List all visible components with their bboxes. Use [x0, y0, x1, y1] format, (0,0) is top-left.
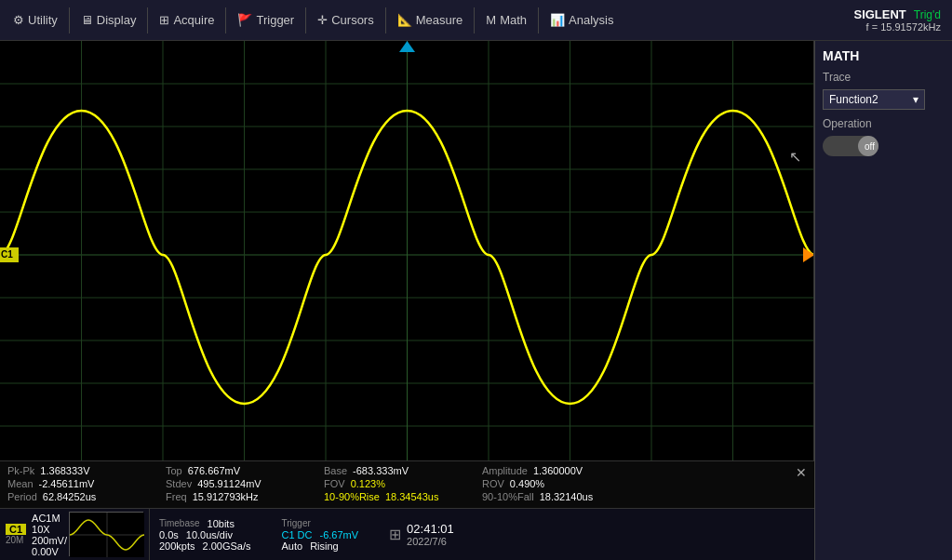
trigger-level: -6.67mV [320, 529, 359, 540]
trace-value: Function2 [829, 93, 878, 106]
meas-cell-top: Top 676.667mV [166, 465, 324, 476]
timebase-label: Timebase [159, 518, 200, 528]
meas-row-3: Period 62.84252us Freq 15.912793kHz 10-9… [7, 491, 807, 502]
channel-info: C1 20M AC1M 10X 200mV/ 0.00V [0, 509, 150, 560]
status-area: Timebase 10bits 0.0s 10.0us/div 200kpts … [150, 509, 814, 560]
menu-analysis[interactable]: 📊 Analysis [541, 9, 623, 31]
trace-section: Trace Function2 ▾ [823, 71, 945, 110]
ch-id-label: C1 [6, 524, 26, 535]
waveform-container: C1 ↖ [0, 41, 814, 460]
menu-sep-3 [225, 7, 226, 33]
ch-coupling: AC1M [32, 513, 67, 524]
waveform-svg: C1 ↖ [0, 41, 813, 460]
rov-label: ROV [482, 478, 504, 489]
menu-sep-2 [147, 7, 148, 33]
timebase-div: 10.0us/div [186, 529, 233, 540]
operation-toggle[interactable]: off [823, 136, 878, 156]
scope-area: C1 ↖ Pk-Pk 1.368333V Top 676.667mV Bas [0, 41, 814, 560]
trig-status: Trig'd [914, 8, 941, 21]
amplitude-value: 1.360000V [533, 465, 583, 476]
rise-value: 18.34543us [385, 491, 439, 502]
math-icon: M [486, 13, 496, 27]
ch-probe: 10X [32, 524, 67, 535]
menu-trigger[interactable]: 🚩 Trigger [228, 9, 303, 31]
meas-cell-fall: 90-10%Fall 18.32140us [482, 491, 640, 502]
top-value: 676.667mV [188, 465, 240, 476]
rise-label: 10-90%Rise [324, 491, 380, 502]
display-icon: 🖥 [81, 13, 93, 27]
brand-area: SIGLENT Trig'd f = 15.91572kHz [853, 7, 948, 33]
trace-dropdown[interactable]: Function2 ▾ [823, 89, 925, 110]
pkpk-label: Pk-Pk [7, 465, 34, 476]
timebase-group: Timebase 10bits 0.0s 10.0us/div 200kpts … [159, 518, 251, 552]
close-measurements-button[interactable]: ✕ [796, 465, 807, 480]
meas-cell-rise: 10-90%Rise 18.34543us [324, 491, 482, 502]
menu-sep-4 [305, 7, 306, 33]
analysis-icon: 📊 [550, 13, 565, 27]
freq-value: 15.912793kHz [193, 491, 259, 502]
top-label: Top [166, 465, 182, 476]
top-menu-bar: ⚙ Utility 🖥 Display ⊞ Acquire 🚩 Trigger … [0, 0, 952, 41]
trigger-group: Trigger C1 DC -6.67mV Auto Rising [282, 518, 359, 552]
meas-cell-freq: Freq 15.912793kHz [166, 491, 324, 502]
measurements-bar: Pk-Pk 1.368333V Top 676.667mV Base -683.… [0, 460, 814, 508]
clock-date: 2022/7/6 [407, 536, 454, 547]
timebase-sa: 2.00GSa/s [203, 540, 251, 552]
fall-value: 18.32140us [540, 491, 594, 502]
pkpk-value: 1.368333V [40, 465, 89, 476]
menu-math[interactable]: M Math [476, 9, 536, 31]
stdev-label: Stdev [166, 478, 192, 489]
operation-section: Operation off [823, 117, 945, 156]
meas-cell-rov: ROV 0.490% [482, 478, 640, 489]
menu-sep-5 [385, 7, 386, 33]
timebase-kpts: 200kpts [159, 540, 195, 552]
freq-display: f = 15.91572kHz [866, 21, 941, 33]
timebase-bits: 10bits [208, 518, 235, 529]
period-value: 62.84252us [43, 491, 97, 502]
base-value: -683.333mV [353, 465, 409, 476]
acquire-icon: ⊞ [159, 13, 169, 27]
meas-cell-base: Base -683.333mV [324, 465, 482, 476]
mini-waveform-svg [70, 513, 144, 557]
menu-display[interactable]: 🖥 Display [72, 9, 146, 31]
meas-cell-pkpk: Pk-Pk 1.368333V [7, 465, 166, 476]
menu-cursors[interactable]: ✛ Cursors [308, 9, 383, 31]
menu-sep-6 [474, 7, 475, 33]
svg-text:C1: C1 [1, 249, 13, 260]
timebase-offset: 0.0s [159, 529, 179, 540]
ch-bw: 20M [6, 535, 26, 545]
toggle-off-label: off [865, 141, 875, 152]
menu-measure[interactable]: 📐 Measure [388, 9, 473, 31]
utility-icon: ⚙ [13, 13, 24, 27]
fov-value: 0.123% [351, 478, 385, 489]
operation-label: Operation [823, 117, 945, 130]
main-content: C1 ↖ Pk-Pk 1.368333V Top 676.667mV Bas [0, 41, 952, 560]
freq-label: Freq [166, 491, 187, 502]
base-label: Base [324, 465, 347, 476]
meas-cell-fov: FOV 0.123% [324, 478, 482, 489]
trigger-mode: Auto [282, 540, 303, 552]
brand-name: SIGLENT [853, 7, 905, 21]
time-display-group: ⊞ 02:41:01 2022/7/6 [389, 522, 463, 547]
mean-value: -2.45611mV [39, 478, 95, 489]
menu-sep-1 [69, 7, 70, 33]
period-label: Period [7, 491, 37, 502]
right-panel: MATH Trace Function2 ▾ Operation off [814, 41, 952, 560]
amplitude-label: Amplitude [482, 465, 528, 476]
ch-mini-display [69, 512, 143, 556]
meas-row-2: Mean -2.45611mV Stdev 495.91124mV FOV 0.… [7, 478, 807, 489]
trigger-slope: Rising [310, 540, 339, 552]
ch-offset: 0.00V [32, 546, 67, 557]
meas-cell-amplitude: Amplitude 1.360000V [482, 465, 640, 476]
fall-label: 90-10%Fall [482, 491, 534, 502]
menu-utility[interactable]: ⚙ Utility [4, 9, 67, 31]
rov-value: 0.490% [510, 478, 544, 489]
meas-cell-period: Period 62.84252us [7, 491, 166, 502]
menu-acquire[interactable]: ⊞ Acquire [150, 9, 223, 31]
ch-label-group: C1 20M [6, 512, 26, 557]
measure-icon: 📐 [397, 13, 412, 27]
meas-cell-mean: Mean -2.45611mV [7, 478, 166, 489]
trigger-source: C1 DC [282, 529, 313, 540]
menu-sep-7 [538, 7, 539, 33]
trigger-group-label: Trigger [282, 518, 359, 528]
